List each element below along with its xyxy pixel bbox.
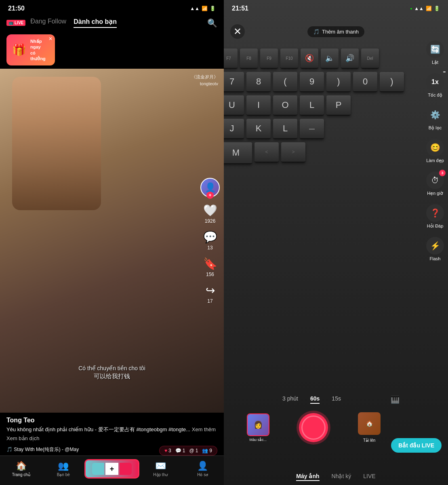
stat-hearts: ♥ 3 [164,448,171,453]
bottom-navigation: 🏠 Trang chủ 👥 Bạn bè + ✉️ Hộp thư 👤 Hồ s… [0,455,224,485]
search-button[interactable]: 🔍 [207,18,217,28]
tab-foryou[interactable]: Dành cho bạn [74,18,117,28]
stat-mentions: @ 1 [189,448,198,453]
video-info: Tong Teo Yêu không nhất định phải chiếm … [0,413,224,455]
duration-60s[interactable]: 60s [310,395,320,404]
music-info[interactable]: 🎵 Stay With Me(纯音乐) - @May [6,446,79,453]
subtitle-chinese: 可以给我打钱 [0,373,224,380]
nav-tabs: Đang Follow Dành cho bạn [30,18,207,28]
promo-banner[interactable]: 🎁 Nhấp ngay có thưởng ✕ [6,34,55,65]
nav-profile[interactable]: 👤 Hồ sơ [182,459,224,479]
tab-following[interactable]: Đang Follow [30,18,66,28]
video-description: Yêu không nhất định phải chiếm hữu - 爱不一… [6,426,217,433]
gift-icon: 🎁 [12,43,26,57]
creator-name: Tong Teo [6,417,217,424]
video-actions: 👤 + 🤍 1926 💬 13 🔖 156 ↪ 17 [200,178,220,304]
follow-button[interactable]: + [206,192,214,199]
creator-avatar[interactable]: 👤 + [200,178,220,197]
speed-icon: 1x [426,73,444,91]
mode-live[interactable]: LIVE [363,473,375,481]
share-count: 17 [207,298,212,304]
left-panel: 21:50 ▲▲ 📶 🔋 📺 LIVE Đang Follow Dành cho… [0,0,224,485]
video-watermark: 《流金岁月》 tongteotv [191,74,218,87]
tv-icon: 📺 [8,21,13,25]
speed-badge [443,72,446,72]
add-sound-button[interactable]: 🎵 Thêm âm thanh [307,26,364,37]
nav-home[interactable]: 🏠 Trang chủ [0,459,42,479]
flash-label: Flash [430,256,441,261]
upload-thumbnail[interactable]: 🏠 [358,412,381,435]
beauty-label: Làm đẹp [426,158,444,163]
right-panel: F7 F8 F9 F10 🔇 🔈 🔊 Del 7 8 ( 9 ) 0 ) [224,0,448,485]
users-stat-icon: 👥 [202,448,208,453]
flash-control[interactable]: ⚡ Flash [426,237,444,261]
time-left: 21:50 [8,5,25,12]
home-icon: 🏠 [16,461,27,471]
friends-label: Bạn bè [57,472,70,477]
record-button[interactable] [299,413,328,442]
flip-label: Lật [432,60,438,65]
translate-link[interactable]: Xem bản dịch [6,435,217,441]
upload-container[interactable]: 🏠 Tải lên [358,412,381,443]
right-sidebar-controls: 🔄 Lật 1x Tốc độ ⚙️ Bộ lọc 😊 Làm đẹp ⏱ 3 … [426,40,444,261]
duration-3min[interactable]: 3 phút [282,395,298,404]
like-action[interactable]: 🤍 1926 [203,204,217,224]
timer-label: Hẹn giờ [427,191,443,196]
promo-close-button[interactable]: ✕ [48,36,53,42]
profile-icon: 👤 [197,461,208,471]
bookmark-icon: 🔖 [203,257,217,270]
nav-bar: 📺 LIVE Đang Follow Dành cho bạn 🔍 [0,15,224,31]
battery-icon: 🔋 [210,6,216,11]
save-count: 156 [206,272,214,277]
video-area: 《流金岁月》 tongteotv Có thể chuyển tiền cho … [0,69,224,413]
filter-control[interactable]: ⚙️ Bộ lọc [426,106,444,131]
beauty-control[interactable]: 😊 Làm đẹp [426,139,444,163]
gallery-image: 👩 [248,414,269,435]
timer-badge: 3 [439,170,446,176]
nav-inbox[interactable]: ✉️ Hộp thư [139,459,182,479]
share-icon: ↪ [206,284,215,297]
timer-control[interactable]: ⏱ 3 Hẹn giờ [426,171,444,196]
comment-icon: 💬 [203,230,217,244]
nav-friends[interactable]: 👥 Bạn bè [42,459,85,479]
speed-control[interactable]: 1x Tốc độ [426,73,444,98]
upload-image: 🏠 [358,412,381,435]
signal-icon: ▲▲ [190,6,200,11]
inbox-icon: ✉️ [155,461,166,471]
save-action[interactable]: 🔖 156 [203,257,217,277]
qa-label: Hỏi Đáp [427,224,444,229]
filter-icon: ⚙️ [426,106,444,124]
record-button-inner [301,415,326,440]
heart-icon: 🤍 [203,204,217,217]
battery-icon-right: 🔋 [434,6,440,11]
status-bar-right: 21:51 ● ▲▲ 📶 🔋 [224,0,448,15]
qa-icon: ❓ [426,204,444,222]
subtitle-overlay: Có thể chuyển tiền cho tôi 可以给我打钱 [0,365,224,380]
music-icon: 🎵 [313,29,320,35]
profile-label: Hồ sơ [197,472,208,477]
flip-control[interactable]: 🔄 Lật [426,40,444,65]
create-post-button[interactable]: + [84,459,139,479]
comment-action[interactable]: 💬 13 [203,230,217,251]
share-action[interactable]: ↪ 17 [206,284,215,304]
flash-icon: ⚡ [426,237,444,255]
qa-control[interactable]: ❓ Hỏi Đáp [426,204,444,229]
heart-stat-icon: ♥ [164,448,167,453]
upload-label: Tải lên [363,438,375,443]
gallery-container[interactable]: 👩 Màu sắc... [247,413,269,442]
close-button[interactable]: ✕ [230,24,245,39]
inbox-label: Hộp thư [153,472,168,477]
gallery-thumbnail[interactable]: 👩 [247,413,269,436]
mode-camera[interactable]: Máy ảnh [296,473,319,481]
live-badge[interactable]: 📺 LIVE [6,20,25,26]
duration-15s[interactable]: 15s [332,395,341,404]
like-count: 1926 [205,218,216,224]
start-live-button[interactable]: Bắt đầu LIVE [391,438,442,453]
beauty-icon: 😊 [426,139,444,156]
see-more-link[interactable]: Xem thêm [192,426,216,432]
mention-stat-icon: @ [189,448,194,453]
comment-stat-icon: 💬 [175,448,181,453]
mode-diary[interactable]: Nhật ký [332,473,351,481]
piano-icon: 🎹 [391,395,400,404]
status-icons-right: ● ▲▲ 📶 🔋 [410,6,440,11]
